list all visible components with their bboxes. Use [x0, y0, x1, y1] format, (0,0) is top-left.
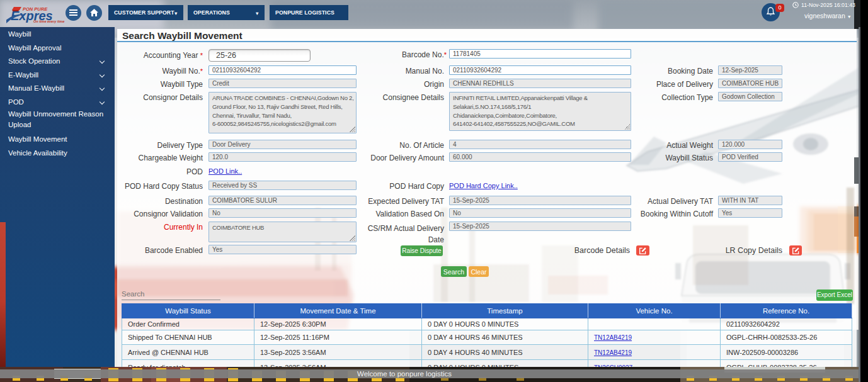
svg-text:On time every time: On time every time [33, 20, 64, 23]
